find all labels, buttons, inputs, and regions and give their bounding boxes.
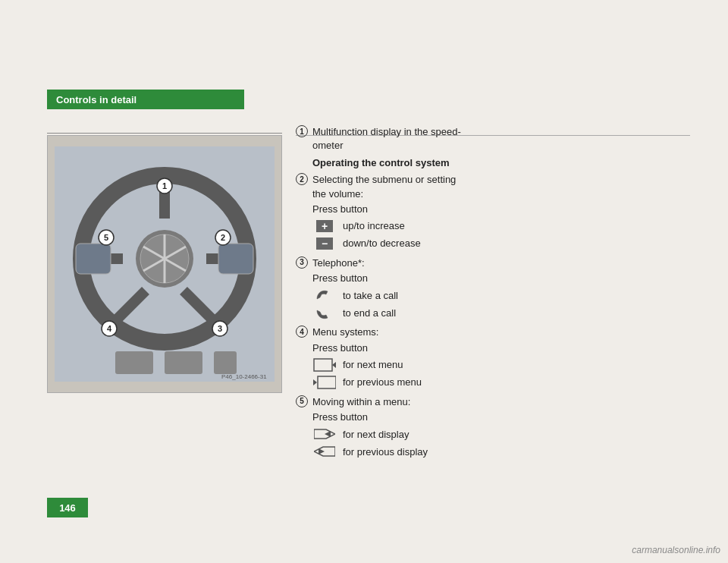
next-display-label: for next display: [343, 429, 409, 440]
section-1-body: Multifunction display in the speed-omete…: [312, 125, 690, 154]
svg-marker-33: [325, 431, 331, 437]
svg-rect-13: [218, 244, 253, 274]
take-call-label: to take a call: [343, 290, 398, 301]
icon-row-prev-display: for previous display: [312, 444, 690, 459]
operating-title: Operating the control system: [312, 157, 690, 168]
icon-row-prev-menu: for previous menu: [312, 375, 690, 390]
take-call-icon-box: [312, 288, 337, 303]
svg-text:2: 2: [221, 233, 225, 242]
icon-row-end-call: to end a call: [312, 305, 690, 320]
plus-icon: +: [316, 220, 333, 232]
icon-row-minus: − down/to decrease: [312, 236, 690, 251]
section-3-press: Press button: [312, 272, 690, 285]
section-4-title: Menu systems:: [312, 326, 690, 339]
next-menu-label: for next menu: [343, 359, 403, 370]
section-5-body: Moving within a menu: Press button for n…: [312, 395, 690, 461]
svg-rect-30: [318, 376, 336, 388]
svg-marker-35: [318, 448, 325, 454]
icon-row-next-display: for next display: [312, 426, 690, 442]
svg-rect-25: [165, 351, 202, 374]
section-4-body: Menu systems: Press button for next menu: [312, 326, 690, 392]
prev-display-label: for previous display: [343, 446, 428, 458]
next-display-icon-box: [312, 426, 337, 442]
section-1: 1 Multifunction display in the speed-ome…: [296, 125, 690, 154]
circle-num-2: 2: [296, 173, 308, 185]
end-call-icon: [314, 306, 335, 319]
svg-rect-26: [214, 351, 237, 374]
prev-menu-label: for previous menu: [343, 376, 422, 388]
plus-label: up/to increase: [343, 220, 405, 231]
end-call-label: to end a call: [343, 307, 396, 319]
end-call-icon-box: [312, 305, 337, 320]
minus-icon: −: [316, 237, 333, 250]
section-3: 3 Telephone*: Press button to take a cal…: [296, 256, 690, 322]
header-title: Controls in detail: [56, 94, 136, 105]
page-number: 146: [59, 502, 76, 514]
section-2-body: Selecting the submenu or settingthe volu…: [312, 173, 690, 253]
svg-text:4: 4: [107, 324, 112, 333]
section-5-press: Press button: [312, 410, 690, 424]
right-content-area: 1 Multifunction display in the speed-ome…: [296, 118, 690, 472]
next-menu-icon-box: [312, 357, 337, 373]
prev-display-icon-box: [312, 444, 337, 459]
section-3-body: Telephone*: Press button to take a call …: [312, 256, 690, 322]
section-5-title: Moving within a menu:: [312, 395, 690, 409]
section-1-title: Multifunction display in the speed-omete…: [312, 125, 690, 153]
header-bar: Controls in detail: [47, 90, 244, 109]
circle-num-1: 1: [296, 125, 308, 137]
prev-menu-icon: [313, 375, 336, 390]
next-menu-icon: [313, 357, 336, 373]
section-3-title: Telephone*:: [312, 256, 690, 270]
circle-num-5: 5: [296, 395, 308, 407]
svg-text:1: 1: [162, 181, 167, 190]
prev-menu-icon-box: [312, 375, 337, 390]
svg-marker-31: [313, 379, 317, 385]
operating-header: Operating the control system: [312, 157, 690, 168]
plus-icon-box: +: [312, 219, 337, 234]
section-4-press: Press button: [312, 341, 690, 355]
svg-rect-24: [115, 351, 153, 374]
svg-rect-12: [76, 244, 111, 274]
svg-text:5: 5: [104, 233, 108, 242]
top-divider: [47, 133, 282, 134]
minus-icon-box: −: [312, 236, 337, 251]
svg-rect-28: [314, 359, 332, 371]
svg-text:P46_10-2466-31: P46_10-2466-31: [221, 373, 267, 380]
icon-row-plus: + up/to increase: [312, 219, 690, 234]
next-display-icon: [314, 426, 335, 442]
svg-text:3: 3: [218, 324, 222, 333]
watermark: carmanualsonline.info: [632, 545, 720, 555]
prev-display-icon: [314, 444, 335, 459]
icon-row-take-call: to take a call: [312, 288, 690, 303]
steering-wheel-svg: 1 2 3 4 5 P46_10-2466-31: [55, 146, 275, 382]
page-number-box: 146: [47, 498, 88, 517]
take-call-icon: [314, 288, 335, 302]
section-4: 4 Menu systems: Press button for next me…: [296, 326, 690, 392]
icon-row-next-menu: for next menu: [312, 357, 690, 373]
section-2-title: Selecting the submenu or settingthe volu…: [312, 173, 690, 200]
circle-num-4: 4: [296, 326, 308, 338]
circle-num-3: 3: [296, 256, 308, 269]
section-2: 2 Selecting the submenu or settingthe vo…: [296, 173, 690, 253]
steering-wheel-image: 1 2 3 4 5 P46_10-2466-31: [47, 135, 282, 393]
minus-label: down/to decrease: [343, 237, 421, 249]
section-2-press: Press button: [312, 203, 690, 216]
section-5: 5 Moving within a menu: Press button for…: [296, 395, 690, 461]
